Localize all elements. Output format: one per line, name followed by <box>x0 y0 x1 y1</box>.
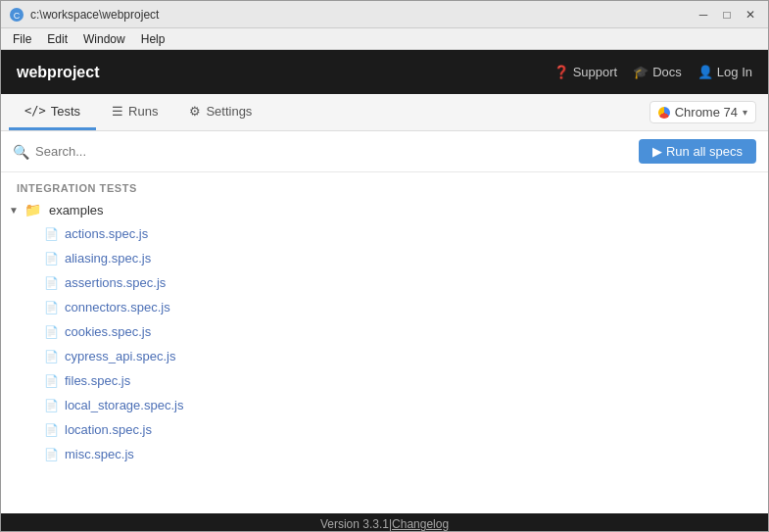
file-icon: 📄 <box>44 374 59 388</box>
user-icon: 👤 <box>697 65 713 79</box>
folder-icon: 📁 <box>24 202 41 218</box>
file-list: 📄 actions.spec.js 📄 aliasing.spec.js 📄 a… <box>1 221 768 466</box>
header-links: ❓ Support 🎓 Docs 👤 Log In <box>553 65 752 79</box>
list-item[interactable]: 📄 assertions.spec.js <box>1 270 768 295</box>
list-item[interactable]: 📄 connectors.spec.js <box>1 295 768 319</box>
file-name: misc.spec.js <box>65 447 134 461</box>
docs-icon: 🎓 <box>633 65 649 79</box>
run-all-specs-button[interactable]: ▶ Run all specs <box>639 139 756 164</box>
gear-icon: ⚙ <box>189 104 201 119</box>
browser-selector-wrap: Chrome 74 ▾ <box>649 94 768 130</box>
minimize-button[interactable]: ─ <box>694 5 713 24</box>
search-wrap: 🔍 <box>13 144 631 160</box>
file-name: local_storage.spec.js <box>65 398 183 412</box>
docs-link[interactable]: 🎓 Docs <box>633 65 682 79</box>
file-name: location.spec.js <box>65 422 152 437</box>
title-bar: C c:\workspace\webproject ─ □ ✕ <box>1 1 768 28</box>
file-icon: 📄 <box>44 301 59 314</box>
file-name: cypress_api.spec.js <box>65 349 175 363</box>
browser-selector[interactable]: Chrome 74 ▾ <box>649 101 756 123</box>
runs-icon: ☰ <box>112 104 123 119</box>
menu-window[interactable]: Window <box>75 30 133 48</box>
menu-help[interactable]: Help <box>133 30 173 48</box>
svg-text:C: C <box>14 11 21 21</box>
chevron-down-icon: ▼ <box>9 205 19 216</box>
file-icon: 📄 <box>44 252 59 266</box>
chevron-down-icon: ▾ <box>743 107 747 118</box>
list-item[interactable]: 📄 location.spec.js <box>1 417 768 442</box>
search-icon: 🔍 <box>13 144 29 160</box>
window-title: c:\workspace\webproject <box>30 8 694 22</box>
menu-edit[interactable]: Edit <box>39 30 75 48</box>
file-name: assertions.spec.js <box>65 275 166 290</box>
file-icon: 📄 <box>44 227 59 241</box>
app-icon: C <box>9 7 24 23</box>
maximize-button[interactable]: □ <box>717 5 737 24</box>
app-header: webproject ❓ Support 🎓 Docs 👤 Log In <box>1 50 768 94</box>
file-name: aliasing.spec.js <box>65 251 151 266</box>
chrome-icon <box>658 107 670 119</box>
search-bar: 🔍 ▶ Run all specs <box>1 131 768 172</box>
changelog-link[interactable]: Changelog <box>392 517 449 531</box>
list-item[interactable]: 📄 actions.spec.js <box>1 221 768 246</box>
section-label: INTEGRATION TESTS <box>1 172 768 198</box>
file-icon: 📄 <box>44 276 59 290</box>
file-icon: 📄 <box>44 325 59 339</box>
app-title: webproject <box>17 64 553 81</box>
status-bar: Version 3.3.1 | Changelog <box>1 513 768 532</box>
list-item[interactable]: 📄 aliasing.spec.js <box>1 246 768 270</box>
close-button[interactable]: ✕ <box>741 5 760 24</box>
tab-settings[interactable]: ⚙ Settings <box>173 94 267 130</box>
menu-file[interactable]: File <box>5 30 39 48</box>
code-icon: </> <box>24 104 46 118</box>
menu-bar: File Edit Window Help <box>1 28 768 50</box>
nav-tabs: </> Tests ☰ Runs ⚙ Settings Chrome 74 ▾ <box>1 94 768 131</box>
tab-tests[interactable]: </> Tests <box>9 94 96 130</box>
file-name: actions.spec.js <box>65 226 148 241</box>
list-item[interactable]: 📄 cypress_api.spec.js <box>1 344 768 368</box>
file-icon: 📄 <box>44 350 59 363</box>
browser-name: Chrome 74 <box>675 105 738 120</box>
main-content: INTEGRATION TESTS ▼ 📁 examples 📄 actions… <box>1 172 768 513</box>
support-link[interactable]: ❓ Support <box>553 65 618 79</box>
version-label: Version 3.3.1 <box>320 517 389 531</box>
file-icon: 📄 <box>44 448 59 461</box>
window-controls: ─ □ ✕ <box>694 5 760 24</box>
list-item[interactable]: 📄 local_storage.spec.js <box>1 393 768 417</box>
tab-runs[interactable]: ☰ Runs <box>96 94 173 130</box>
support-icon: ❓ <box>553 65 569 79</box>
file-name: cookies.spec.js <box>65 324 151 339</box>
file-icon: 📄 <box>44 399 59 412</box>
folder-name: examples <box>49 203 104 218</box>
file-icon: 📄 <box>44 423 59 437</box>
file-name: files.spec.js <box>65 373 130 388</box>
folder-examples[interactable]: ▼ 📁 examples <box>1 198 768 221</box>
list-item[interactable]: 📄 files.spec.js <box>1 368 768 393</box>
file-name: connectors.spec.js <box>65 300 170 314</box>
login-link[interactable]: 👤 Log In <box>697 65 752 79</box>
list-item[interactable]: 📄 cookies.spec.js <box>1 319 768 344</box>
list-item[interactable]: 📄 misc.spec.js <box>1 442 768 466</box>
search-input[interactable] <box>35 144 631 159</box>
